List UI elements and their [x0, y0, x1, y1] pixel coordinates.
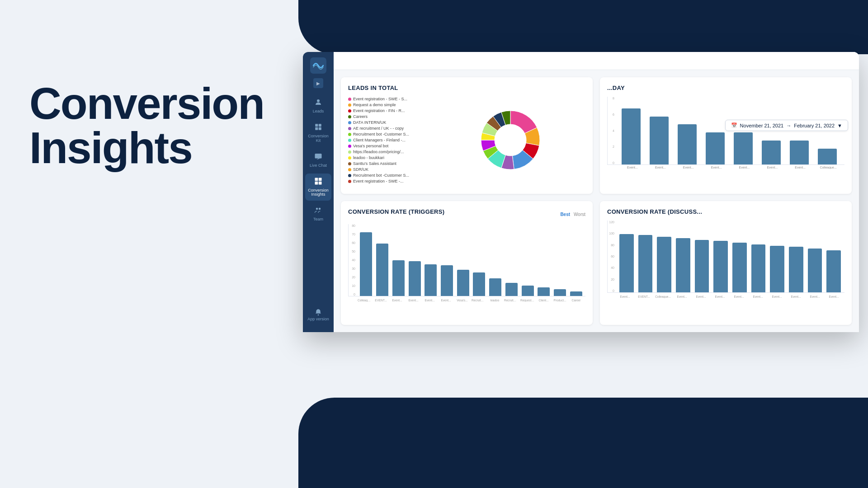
- cr-bar-label: leadoo: [487, 299, 502, 302]
- leads-per-day-chart: 86420 Event...Event...Event...Event...Ev…: [607, 97, 844, 169]
- sidebar-logo: [309, 56, 327, 75]
- legend-dot: [348, 98, 351, 101]
- legend-item: Santtu's Sales Assistant: [348, 161, 429, 166]
- cr-bar-group: [423, 226, 439, 296]
- best-button[interactable]: Best: [560, 212, 570, 217]
- cr-discuss-bar-group: [655, 222, 673, 292]
- best-worst-toggle: Best Worst: [560, 212, 585, 217]
- app-version-button[interactable]: App version: [306, 306, 331, 324]
- leads-icon: [314, 98, 322, 108]
- leads-legend: Event registration - SWE - S...Request a…: [348, 97, 429, 183]
- legend-dot: [348, 103, 351, 107]
- cr-triggers-chart: 80706050403020100 Colleague...EVENT...Ev…: [348, 224, 585, 314]
- svg-rect-7: [315, 178, 318, 181]
- legend-dot: [348, 162, 351, 165]
- legend-dot: [348, 150, 351, 154]
- legend-label: DATA INTERN/UK: [353, 120, 386, 125]
- legend-label: Recruitment bot -Customer S...: [353, 173, 409, 178]
- cr-discuss-bar-label: Event...: [768, 295, 786, 298]
- sidebar-expand-button[interactable]: ▶: [313, 78, 323, 88]
- cr-triggers-title-row: CONVERSION RATE (TRIGGERS) Best Worst: [348, 208, 585, 221]
- svg-rect-6: [315, 154, 322, 159]
- svg-rect-5: [319, 127, 321, 130]
- top-bar: 📅 November 21, 2021 → February 21, 2022 …: [334, 52, 859, 70]
- hero-text: Conversion Insights: [29, 81, 264, 170]
- legend-item: Recruitment bot -Customer S...: [348, 173, 429, 178]
- conversion-kit-label: Conversion Kit: [307, 134, 330, 143]
- bar-label: Event...: [788, 166, 813, 169]
- legend-label: Santtu's Sales Assistant: [353, 161, 396, 166]
- bar-label: Event...: [704, 166, 729, 169]
- bg-right-bottom: [298, 398, 868, 488]
- legend-dot: [348, 115, 351, 118]
- legend-item: Request a demo simple: [348, 103, 429, 107]
- date-picker[interactable]: 📅 November 21, 2021 → February 21, 2022 …: [725, 120, 848, 131]
- cr-discuss-bar: [808, 249, 822, 292]
- sidebar-bottom: App version: [306, 306, 331, 328]
- cr-bar: [441, 265, 453, 296]
- bar: [678, 124, 697, 164]
- cr-discuss-bar-group: [806, 222, 824, 292]
- sidebar-item-leads[interactable]: Leads: [305, 94, 331, 117]
- svg-rect-8: [319, 178, 322, 181]
- legend-item: Event registration - SWE - S...: [348, 97, 429, 101]
- cr-bar: [392, 260, 405, 296]
- sidebar-item-live-chat[interactable]: Live Chat: [305, 149, 331, 172]
- sidebar-item-team[interactable]: Team: [305, 202, 331, 225]
- cr-bar-label: Colleague...: [357, 299, 372, 302]
- bar-group: [814, 100, 841, 164]
- legend-label: Recruitment bot -Customer S...: [353, 132, 409, 136]
- cr-discuss-bar-label: Event...: [730, 295, 748, 298]
- legend-item: AE recruitment / UK - - copy: [348, 126, 429, 131]
- legend-item: Recruitment bot -Customer S...: [348, 132, 429, 136]
- legend-label: leadoo - buukkari: [353, 155, 384, 160]
- cr-bar-label: Vesa's...: [455, 299, 470, 302]
- cr-bar: [360, 232, 372, 296]
- legend-label: Request a demo simple: [353, 103, 396, 107]
- leads-card-content: Event registration - SWE - S...Request a…: [348, 97, 585, 183]
- bar-group: [702, 100, 729, 164]
- sidebar-item-conversion-kit[interactable]: Conversion Kit: [305, 119, 331, 147]
- calendar-icon: 📅: [731, 122, 737, 128]
- cr-discuss-bar-group: [712, 222, 730, 292]
- legend-dot: [348, 156, 351, 160]
- bar: [734, 132, 753, 164]
- cr-discuss-bar-group: [674, 222, 692, 292]
- sidebar: ▶ Leads Conversion Kit: [303, 52, 334, 332]
- bar: [706, 132, 725, 164]
- leads-in-total-card: LEADS IN TOTAL Event registration - SWE …: [341, 77, 593, 194]
- legend-item: Vesa's personal bot: [348, 144, 429, 148]
- cr-discuss-bar-area: 120100806040200: [607, 221, 844, 293]
- bar: [790, 141, 809, 164]
- cr-discuss-bar: [732, 243, 747, 292]
- legend-label: Client Managers - Finland -...: [353, 138, 406, 142]
- cr-bar: [489, 278, 501, 296]
- cr-discuss-bar: [770, 246, 784, 292]
- bar: [818, 149, 837, 165]
- legend-item: Client Managers - Finland -...: [348, 138, 429, 142]
- expand-icon: ▶: [316, 81, 320, 86]
- cr-bar-group: [552, 226, 568, 296]
- svg-rect-10: [319, 181, 322, 184]
- sidebar-item-conversion-insights[interactable]: Conversion Insights: [305, 174, 331, 201]
- conversion-insights-label: Conversion Insights: [307, 188, 330, 197]
- hero-line2: Insights: [29, 123, 192, 173]
- svg-rect-2: [315, 124, 318, 127]
- cr-bar-label: Client...: [536, 299, 551, 302]
- legend-item: Event registration - FIN - R...: [348, 108, 429, 113]
- worst-button[interactable]: Worst: [574, 212, 585, 217]
- cr-discuss-bar: [826, 250, 841, 292]
- bar-label: Colleague...: [816, 166, 841, 169]
- cr-bar: [409, 261, 421, 296]
- bar-group: [674, 100, 701, 164]
- cr-discuss-bar-group: [618, 222, 636, 292]
- cr-bar-group: [407, 226, 422, 296]
- bar-group: [758, 100, 785, 164]
- cr-bar-group: [439, 226, 455, 296]
- legend-dot: [348, 139, 351, 142]
- cr-discuss-bar-label: Event...: [616, 295, 634, 298]
- cr-discuss-bar-group: [693, 222, 711, 292]
- cr-discuss-bar-group: [825, 222, 843, 292]
- conversion-kit-icon: [314, 123, 322, 133]
- legend-label: Event registration - SWE -...: [353, 179, 404, 183]
